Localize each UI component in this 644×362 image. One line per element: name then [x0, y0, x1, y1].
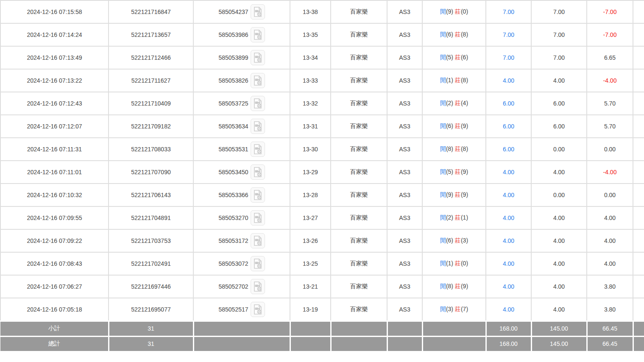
valid-bet-amount: 4.00 [531, 69, 587, 92]
empty-cell [633, 298, 644, 321]
bet-history-row: 2024-12-16 07:14:24 522121713657 5850539… [0, 23, 644, 46]
game-name: 百家樂 [331, 69, 387, 92]
empty-cell [633, 115, 644, 138]
game-result: 閒(2) 莊(4) [422, 92, 486, 115]
win-loss-value: -7.00 [587, 23, 633, 46]
game-result: 閒(8) 莊(9) [422, 275, 486, 298]
round-id: 585053072 [218, 260, 248, 267]
round-id: 585053634 [218, 123, 248, 130]
game-result: 閒(1) 莊(8) [422, 69, 486, 92]
player-label: 閒 [440, 77, 446, 84]
win-loss-value: 4.00 [587, 229, 633, 252]
total-win-loss: 66.45 [587, 336, 633, 351]
shoe-round: 13-27 [290, 206, 331, 229]
subtotal-count: 31 [109, 321, 193, 336]
player-label: 閒 [440, 8, 446, 15]
video-replay-button[interactable] [251, 142, 265, 157]
video-replay-button[interactable] [251, 302, 265, 317]
bet-time: 2024-12-16 07:12:43 [0, 92, 109, 115]
win-loss-value: 5.70 [587, 115, 633, 138]
video-replay-button[interactable] [251, 4, 265, 19]
shoe-round: 13-34 [290, 46, 331, 69]
win-loss-value: -4.00 [587, 69, 633, 92]
video-replay-button[interactable] [251, 164, 265, 180]
video-replay-button[interactable] [251, 27, 265, 42]
bet-time: 2024-12-16 07:06:27 [0, 275, 109, 298]
video-replay-icon [253, 75, 263, 86]
empty-cell [633, 46, 644, 69]
banker-label: 莊 [455, 54, 461, 61]
bet-amount: 4.00 [486, 298, 531, 321]
shoe-round: 13-25 [290, 252, 331, 275]
bet-id: 522121703753 [109, 229, 193, 252]
bet-amount: 7.00 [486, 46, 531, 69]
valid-bet-amount: 0.00 [531, 184, 587, 206]
bet-history-row: 2024-12-16 07:12:43 522121710409 5850537… [0, 92, 644, 115]
video-replay-button[interactable] [251, 233, 265, 248]
video-replay-button[interactable] [251, 96, 265, 111]
player-score: (6) [446, 123, 453, 129]
win-loss-value: 3.80 [587, 298, 633, 321]
bet-history-row: 2024-12-16 07:08:43 522121702491 5850530… [0, 252, 644, 275]
shoe-round: 13-19 [290, 298, 331, 321]
player-score: (5) [446, 168, 453, 175]
player-label: 閒 [440, 191, 446, 198]
bet-amount: 6.00 [486, 92, 531, 115]
game-result: 閒(3) 莊(7) [422, 298, 486, 321]
table-id: AS3 [387, 252, 422, 275]
player-score: (6) [446, 31, 453, 38]
bet-history-row: 2024-12-16 07:05:18 522121695077 5850525… [0, 298, 644, 321]
player-score: (8) [446, 283, 453, 290]
bet-history-row: 2024-12-16 07:13:22 522121711627 5850538… [0, 69, 644, 92]
video-replay-button[interactable] [251, 119, 265, 134]
round-id: 585052517 [218, 306, 248, 313]
round-id: 585053172 [218, 237, 248, 244]
summary-rows: 小計 31 168.00 145.00 66.45 總計 31 [0, 321, 644, 351]
shoe-round: 13-28 [290, 184, 331, 206]
valid-bet-amount: 4.00 [531, 298, 587, 321]
video-replay-button[interactable] [251, 187, 265, 203]
bet-time: 2024-12-16 07:10:32 [0, 184, 109, 206]
player-label: 閒 [440, 306, 446, 312]
bet-history-row: 2024-12-16 07:06:27 522121697446 5850527… [0, 275, 644, 298]
player-score: (1) [446, 260, 453, 267]
shoe-round: 13-38 [290, 0, 331, 23]
game-result: 閒(1) 莊(0) [422, 252, 486, 275]
subtotal-row: 小計 31 168.00 145.00 66.45 [0, 321, 644, 336]
banker-label: 莊 [455, 8, 461, 15]
video-replay-button[interactable] [251, 256, 265, 271]
bet-time: 2024-12-16 07:09:22 [0, 229, 109, 252]
round-id: 585053725 [218, 100, 248, 107]
win-loss-value: -7.00 [587, 0, 633, 23]
round-id: 585053899 [218, 54, 248, 61]
bet-history-row: 2024-12-16 07:13:49 522121712466 5850538… [0, 46, 644, 69]
shoe-round: 13-29 [290, 161, 331, 184]
table-id: AS3 [387, 275, 422, 298]
video-replay-button[interactable] [251, 279, 265, 294]
game-name: 百家樂 [331, 275, 387, 298]
video-replay-button[interactable] [251, 73, 265, 88]
video-replay-icon [253, 29, 263, 40]
win-loss-value: -4.00 [587, 161, 633, 184]
video-replay-button[interactable] [251, 50, 265, 65]
total-valid-bet: 145.00 [531, 336, 587, 351]
bet-id: 522121716847 [109, 0, 193, 23]
game-name: 百家樂 [331, 115, 387, 138]
banker-score: (7) [461, 306, 468, 312]
table-id: AS3 [387, 0, 422, 23]
video-replay-button[interactable] [251, 210, 265, 226]
player-score: (9) [446, 191, 453, 198]
table-id: AS3 [387, 92, 422, 115]
game-name: 百家樂 [331, 92, 387, 115]
game-result: 閒(5) 莊(6) [422, 46, 486, 69]
empty-cell [633, 69, 644, 92]
player-score: (8) [446, 145, 453, 152]
bet-id: 522121695077 [109, 298, 193, 321]
player-score: (2) [446, 100, 453, 106]
win-loss-value: 4.00 [587, 252, 633, 275]
banker-score: (9) [461, 191, 468, 198]
banker-label: 莊 [455, 31, 461, 38]
player-label: 閒 [440, 123, 446, 129]
game-name: 百家樂 [331, 252, 387, 275]
banker-score: (6) [461, 54, 468, 61]
